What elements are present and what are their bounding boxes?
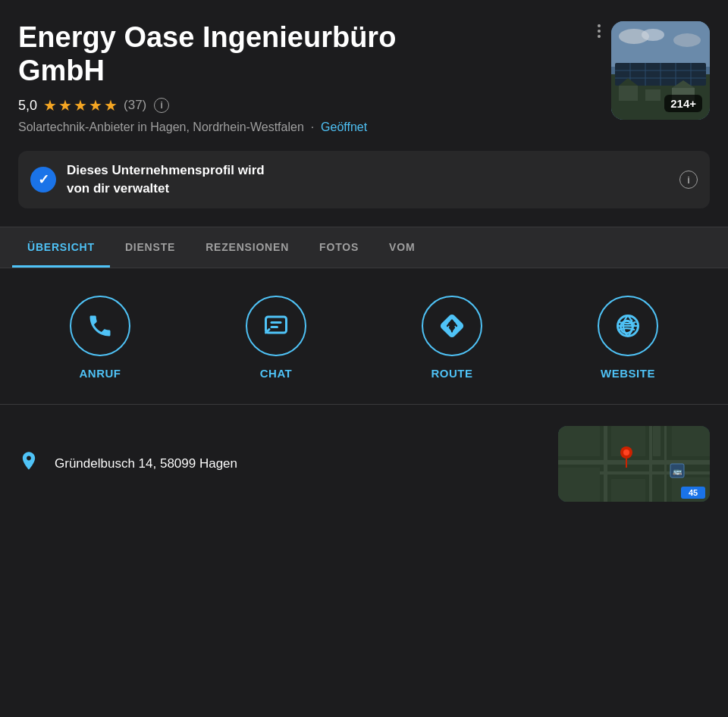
svg-point-39 (623, 449, 629, 456)
verified-info-icon[interactable]: i (679, 171, 698, 189)
star-5: ★ (104, 96, 118, 114)
website-button[interactable]: WEBSITE (590, 296, 666, 380)
top-section: Energy Oase IngenieurbüroGmbH 5,0 ★ ★ ★ … (0, 0, 728, 227)
tab-section: ÜBERSICHT DIENSTE REZENSIONEN FOTOS VOM (0, 227, 728, 268)
svg-rect-34 (672, 426, 710, 456)
actions-section: ANRUF CHAT ROUTE (0, 268, 728, 405)
tab-dienste[interactable]: DIENSTE (110, 227, 190, 268)
anruf-label: ANRUF (80, 367, 121, 380)
map-thumbnail[interactable]: 🚌 45 (558, 426, 710, 502)
chat-circle (246, 296, 306, 356)
svg-rect-14 (619, 86, 638, 101)
svg-rect-36 (611, 479, 645, 502)
svg-rect-16 (645, 89, 661, 101)
tab-ubersicht[interactable]: ÜBERSICHT (12, 227, 110, 268)
route-circle (422, 296, 482, 356)
location-icon (18, 450, 39, 477)
chat-icon (262, 312, 290, 340)
svg-point-3 (642, 29, 664, 41)
svg-rect-35 (558, 468, 600, 502)
rating-number: 5,0 (18, 98, 37, 114)
stars: ★ ★ ★ ★ ★ (43, 96, 118, 114)
phone-icon (86, 312, 114, 340)
svg-rect-33 (653, 426, 661, 456)
website-label: WEBSITE (601, 367, 655, 380)
category-text: Solartechnik-Anbieter in Hagen, Nordrhei… (18, 121, 596, 134)
star-4: ★ (89, 96, 102, 114)
checkmark-icon (30, 167, 56, 193)
route-label: ROUTE (431, 367, 473, 380)
open-status: Geöffnet (321, 121, 367, 133)
svg-text:45: 45 (689, 488, 698, 497)
title-area: Energy Oase IngenieurbüroGmbH 5,0 ★ ★ ★ … (18, 21, 611, 137)
route-button[interactable]: ROUTE (414, 296, 490, 380)
svg-rect-30 (664, 426, 667, 502)
tab-rezensionen[interactable]: REZENSIONEN (190, 227, 304, 268)
more-options-icon[interactable] (595, 21, 604, 41)
rating-info-icon[interactable]: i (154, 98, 169, 113)
tabs-bar: ÜBERSICHT DIENSTE REZENSIONEN FOTOS VOM (0, 227, 728, 268)
thumbnail-area[interactable]: 214+ (611, 21, 710, 120)
star-1: ★ (43, 96, 57, 114)
address-section: Gründelbusch 14, 58099 Hagen (0, 405, 728, 523)
svg-rect-29 (649, 426, 652, 502)
verified-badge: Dieses Unternehmensprofil wird von dir v… (18, 151, 710, 208)
rating-row: 5,0 ★ ★ ★ ★ ★ (37) i (18, 96, 596, 114)
map-background: 🚌 45 (558, 426, 710, 502)
website-circle (598, 296, 658, 356)
address-text: Gründelbusch 14, 58099 Hagen (55, 456, 543, 471)
svg-rect-28 (604, 426, 607, 502)
business-name: Energy Oase IngenieurbüroGmbH (18, 21, 596, 87)
website-icon (614, 312, 642, 340)
star-2: ★ (58, 96, 72, 114)
svg-text:🚌: 🚌 (673, 466, 682, 476)
tab-vom[interactable]: VOM (374, 227, 430, 268)
svg-rect-26 (558, 460, 710, 465)
chat-button[interactable]: CHAT (238, 296, 314, 380)
tab-fotos[interactable]: FOTOS (304, 227, 374, 268)
header-row: Energy Oase IngenieurbüroGmbH 5,0 ★ ★ ★ … (18, 21, 710, 137)
verified-text: Dieses Unternehmensprofil wird von dir v… (67, 161, 669, 198)
chat-label: CHAT (260, 367, 293, 380)
anruf-circle (70, 296, 130, 356)
svg-point-4 (673, 33, 701, 47)
route-icon (438, 312, 466, 340)
review-count: (37) (124, 98, 146, 113)
anruf-button[interactable]: ANRUF (62, 296, 138, 380)
business-photo[interactable]: 214+ (611, 21, 710, 120)
photo-count-badge[interactable]: 214+ (664, 95, 702, 112)
star-3: ★ (74, 96, 87, 114)
svg-rect-31 (558, 426, 600, 456)
